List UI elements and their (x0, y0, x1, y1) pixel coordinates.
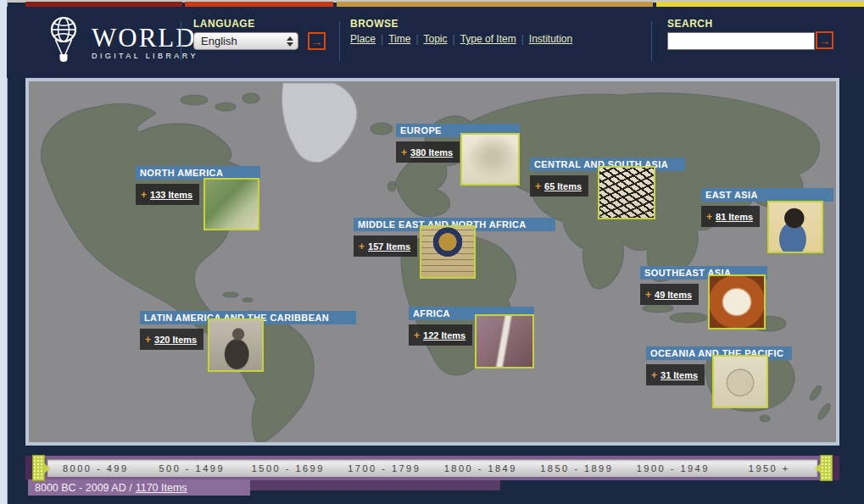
header-divider (181, 21, 181, 61)
expand-plus-icon: + (401, 147, 407, 158)
region-items-badge[interactable]: +81 Items (701, 206, 760, 227)
language-select[interactable]: English (193, 32, 298, 50)
expand-plus-icon: + (414, 330, 420, 341)
timeline-segment: 1850 - 1899 (529, 463, 626, 474)
scandinavia-map-thumbnail[interactable] (460, 133, 520, 186)
expand-plus-icon: + (706, 211, 712, 223)
browse-links: Place|Time|Topic|Type of Item|Institutio… (350, 33, 572, 45)
search-label: SEARCH (667, 18, 713, 30)
portrait-photograph-thumbnail[interactable] (208, 318, 264, 372)
timeline-segment: 1950 + (722, 463, 818, 474)
world-map-panel: NORTH AMERICA +133 Items EUROPE +380 Ite… (25, 78, 839, 446)
timeline-slider: 8000 - 499 500 - 1499 1500 - 1699 1700 -… (25, 456, 839, 480)
region-items-badge[interactable]: +65 Items (530, 175, 588, 197)
timeline-track[interactable]: 8000 - 499 500 - 1499 1500 - 1699 1700 -… (47, 459, 817, 477)
region-items-badge[interactable]: +49 Items (640, 284, 699, 305)
link-separator: | (453, 33, 455, 45)
timeline-segment: 1900 - 1949 (625, 463, 722, 474)
logo-subtitle: DIGITAL LIBRARY (92, 52, 198, 60)
region-items-badge[interactable]: +380 Items (396, 141, 460, 163)
balloon-globe-icon (44, 15, 83, 69)
logo-title: WORLD (92, 25, 198, 51)
browse-link-topic[interactable]: Topic (424, 33, 448, 45)
region-oceania-and-the-pacific: OCEANIA AND THE PACIFIC +31 Items (646, 346, 792, 385)
timeline-segment: 1800 - 1849 (432, 463, 529, 474)
expand-plus-icon: + (359, 241, 365, 252)
expand-plus-icon: + (141, 189, 147, 201)
timeline-items-link[interactable]: 1170 Items (136, 482, 187, 494)
region-items-badge[interactable]: +133 Items (136, 184, 199, 205)
timeline-segment: 1700 - 1799 (337, 463, 433, 474)
australia-map-thumbnail[interactable] (712, 355, 768, 408)
language-label: LANGUAGE (193, 18, 255, 30)
expand-plus-icon: + (145, 334, 151, 346)
region-items-link[interactable]: 65 Items (544, 181, 582, 191)
quran-page-thumbnail[interactable] (708, 274, 766, 330)
region-items-link[interactable]: 31 Items (661, 370, 698, 380)
timeline-status: 8000 BC - 2009 AD / 1170 Items (28, 479, 250, 496)
right-arrow-icon: → (819, 34, 831, 47)
timeline-range-text: 8000 BC - 2009 AD / (35, 482, 132, 494)
ukiyo-e-print-thumbnail[interactable] (767, 201, 823, 253)
region-items-link[interactable]: 157 Items (368, 241, 410, 252)
header-divider (339, 21, 340, 61)
timeline-segment: 500 - 1499 (144, 463, 241, 474)
timeline-status-extension (248, 480, 500, 490)
link-separator: | (521, 33, 524, 45)
language-go-button[interactable]: → (308, 32, 326, 50)
region-latin-america-and-the-caribbean: LATIN AMERICA AND THE CARIBBEAN +320 Ite… (140, 311, 356, 350)
region-title[interactable]: EAST ASIA (701, 188, 833, 202)
timeline-end-handle[interactable] (820, 455, 833, 481)
expand-plus-icon: + (535, 180, 541, 192)
region-africa: AFRICA +122 Items (409, 307, 534, 346)
browse-link-place[interactable]: Place (350, 33, 376, 45)
timeline-segment: 1500 - 1699 (240, 463, 337, 474)
search-input[interactable] (667, 32, 815, 50)
region-items-link[interactable]: 133 Items (150, 190, 192, 200)
region-items-link[interactable]: 49 Items (655, 290, 692, 300)
link-separator: | (415, 33, 418, 45)
region-items-badge[interactable]: +157 Items (354, 235, 417, 257)
browse-link-institution[interactable]: Institution (529, 33, 572, 45)
region-europe: EUROPE +380 Items (396, 124, 520, 163)
region-items-link[interactable]: 81 Items (716, 212, 753, 222)
region-items-link[interactable]: 122 Items (423, 330, 465, 341)
illuminated-manuscript-thumbnail[interactable] (420, 225, 476, 279)
expand-plus-icon: + (645, 289, 651, 301)
region-east-asia: EAST ASIA +81 Items (701, 188, 833, 227)
region-items-link[interactable]: 380 Items (410, 147, 453, 158)
timeline-left-cap (25, 456, 32, 480)
link-separator: | (381, 33, 383, 45)
search-go-button[interactable]: → (816, 31, 833, 49)
region-items-badge[interactable]: +320 Items (140, 329, 203, 350)
region-north-america: NORTH AMERICA +133 Items (136, 166, 260, 205)
region-southeast-asia: SOUTHEAST ASIA +49 Items (640, 266, 767, 305)
timeline-segment: 8000 - 499 (47, 463, 144, 474)
site-header: WORLD DIGITAL LIBRARY LANGUAGE English →… (7, 7, 864, 78)
region-items-badge[interactable]: +122 Items (409, 324, 472, 346)
right-arrow-icon: → (311, 35, 323, 48)
region-central-and-south-asia: CENTRAL AND SOUTH ASIA +65 Items (530, 158, 685, 197)
timeline-right-cap (833, 456, 839, 480)
timeline-start-handle[interactable] (32, 455, 45, 481)
header-divider (651, 21, 652, 61)
region-items-badge[interactable]: +31 Items (646, 364, 705, 385)
antique-territory-map-thumbnail[interactable] (203, 178, 259, 230)
region-middle-east-and-north-africa: MIDDLE EAST AND NORTH AFRICA +157 Items (354, 218, 555, 257)
calligraphy-manuscript-thumbnail[interactable] (598, 166, 655, 219)
expand-plus-icon: + (651, 369, 657, 381)
select-stepper-icon (283, 34, 296, 48)
rock-art-thumbnail[interactable] (475, 314, 534, 368)
browse-label: BROWSE (350, 18, 399, 30)
browse-link-time[interactable]: Time (388, 33, 410, 45)
browse-link-type-of-item[interactable]: Type of Item (460, 33, 516, 45)
language-selected-value: English (201, 35, 237, 47)
region-items-link[interactable]: 320 Items (154, 335, 197, 345)
wdl-logo[interactable]: WORLD DIGITAL LIBRARY (44, 15, 198, 69)
